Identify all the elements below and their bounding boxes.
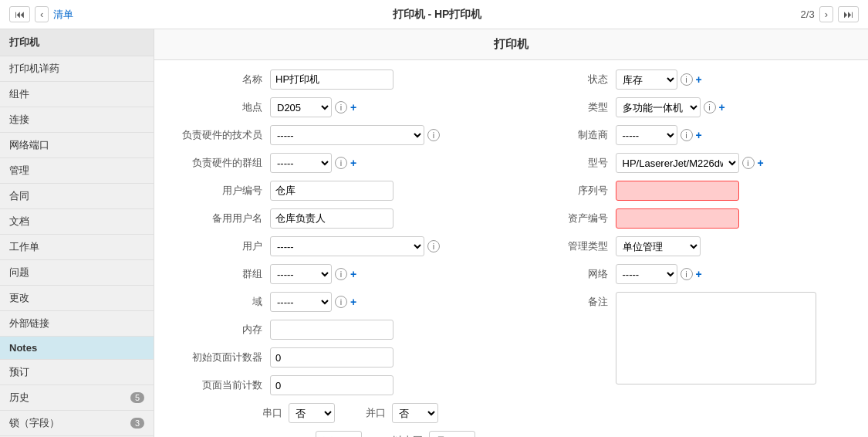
- location-plus-btn[interactable]: +: [350, 101, 356, 113]
- breadcrumb-link[interactable]: 清单: [53, 8, 73, 22]
- toolbar-right: 2/3 › ⏭: [801, 6, 859, 22]
- notes-textarea[interactable]: [616, 292, 816, 384]
- group-plus-btn[interactable]: +: [350, 157, 356, 169]
- manufacturer-info-icon[interactable]: i: [681, 129, 693, 141]
- username-field: [270, 181, 508, 201]
- type-select[interactable]: 多功能一体机: [616, 97, 701, 117]
- ethernet-select[interactable]: 是否: [429, 431, 475, 437]
- serial-label: 序列号: [515, 184, 608, 198]
- status-select[interactable]: 库存: [616, 69, 677, 90]
- user-select[interactable]: -----: [270, 236, 424, 256]
- status-plus-btn[interactable]: +: [696, 73, 702, 86]
- user-info-icon[interactable]: i: [427, 240, 440, 252]
- sidebar-item-components[interactable]: 组件: [0, 82, 154, 107]
- form-title: 打印机: [154, 29, 868, 60]
- serial-port-select[interactable]: 否是: [289, 403, 335, 423]
- domain-row: 域 ----- i +: [170, 292, 508, 312]
- sidebar-item-lock[interactable]: 锁（字段） 3: [0, 411, 154, 436]
- network-info-icon[interactable]: i: [681, 268, 693, 280]
- type-label: 类型: [515, 100, 608, 114]
- tech-label: 负责硬件的技术员: [170, 128, 262, 142]
- usb-select[interactable]: 否是: [316, 431, 362, 437]
- sidebar-item-problem[interactable]: 问题: [0, 260, 154, 286]
- manufacturer-label: 制造商: [515, 128, 608, 142]
- tech-row: 负责硬件的技术员 ----- i: [170, 125, 508, 145]
- domain-select[interactable]: -----: [270, 292, 332, 312]
- status-field: 库存 i +: [616, 69, 853, 90]
- domain-plus-btn[interactable]: +: [350, 296, 356, 308]
- mgmt-type-row: 管理类型 单位管理: [515, 236, 853, 256]
- sidebar-item-external-link[interactable]: 外部链接: [0, 311, 154, 337]
- mgmt-type-field: 单位管理: [616, 236, 853, 256]
- form-columns: 名称 地点 D205 i: [170, 69, 853, 437]
- serial-input[interactable]: [616, 181, 739, 201]
- model-plus-btn[interactable]: +: [758, 157, 764, 169]
- memory-input[interactable]: [270, 320, 393, 340]
- sidebar-item-document[interactable]: 文档: [0, 209, 154, 235]
- sidebar-item-history[interactable]: 历史 5: [0, 385, 154, 411]
- group-info-icon[interactable]: i: [335, 157, 347, 169]
- group2-info-icon[interactable]: i: [335, 268, 347, 280]
- group-row: 负责硬件的群组 ----- i +: [170, 153, 508, 173]
- lock-badge: 3: [130, 418, 144, 429]
- sidebar-item-printer-detail[interactable]: 打印机详药: [0, 56, 154, 82]
- network-select[interactable]: -----: [616, 264, 677, 284]
- name-input[interactable]: [270, 69, 393, 90]
- tech-select[interactable]: -----: [270, 125, 424, 145]
- alt-username-input[interactable]: [270, 208, 393, 229]
- user-row: 用户 ----- i: [170, 236, 508, 256]
- asset-field: [616, 208, 853, 229]
- sidebar-item-connection[interactable]: 连接: [0, 107, 154, 133]
- sidebar-item-contract[interactable]: 合同: [0, 184, 154, 209]
- sidebar-item-reservation[interactable]: 预订: [0, 360, 154, 385]
- model-field: HP/LasererJet/M226dw i +: [616, 153, 853, 173]
- init-counter-input[interactable]: [270, 347, 393, 368]
- status-info-icon[interactable]: i: [681, 73, 693, 86]
- sidebar-item-change[interactable]: 更改: [0, 286, 154, 311]
- group-field: ----- i +: [270, 153, 508, 173]
- manufacturer-plus-btn[interactable]: +: [696, 129, 702, 141]
- location-select[interactable]: D205: [270, 97, 332, 117]
- group2-plus-btn[interactable]: +: [350, 268, 356, 280]
- nav-last-button[interactable]: ⏭: [838, 6, 859, 22]
- sidebar-item-notes[interactable]: Notes: [0, 337, 154, 360]
- group-select[interactable]: -----: [270, 153, 332, 173]
- sidebar-item-management[interactable]: 管理: [0, 158, 154, 184]
- location-info-icon[interactable]: i: [335, 101, 347, 113]
- user-field: ----- i: [270, 236, 508, 256]
- memory-label: 内存: [170, 323, 262, 337]
- current-counter-input[interactable]: [270, 375, 393, 395]
- model-select[interactable]: HP/LasererJet/M226dw: [616, 153, 739, 173]
- username-input[interactable]: [270, 181, 393, 201]
- ethernet-label: 以太网: [393, 434, 423, 437]
- parallel-port-select[interactable]: 否是: [392, 403, 438, 423]
- init-counter-field: [270, 347, 508, 368]
- main-content: 打印机 打印机详药 组件 连接 网络端口 管理 合同 文档 工作单 问题 更改 …: [0, 29, 868, 437]
- sidebar-item-workorder[interactable]: 工作单: [0, 235, 154, 260]
- location-label: 地点: [170, 100, 262, 114]
- type-info-icon[interactable]: i: [704, 101, 716, 113]
- group2-field: ----- i +: [270, 264, 508, 284]
- manufacturer-select[interactable]: -----: [616, 125, 677, 145]
- nav-first-button[interactable]: ⏮: [9, 6, 30, 22]
- tech-info-icon[interactable]: i: [427, 129, 440, 141]
- history-badge: 5: [130, 392, 144, 403]
- sidebar-item-network-port[interactable]: 网络端口: [0, 133, 154, 158]
- nav-prev-button[interactable]: ‹: [35, 6, 49, 22]
- notes-label: 备注: [515, 292, 608, 309]
- domain-info-icon[interactable]: i: [335, 296, 347, 308]
- asset-label: 资产编号: [515, 212, 608, 225]
- status-row: 状态 库存 i +: [515, 69, 853, 90]
- model-info-icon[interactable]: i: [742, 157, 755, 169]
- notes-row: 备注: [515, 292, 853, 384]
- asset-input[interactable]: [616, 208, 739, 229]
- nav-next-button[interactable]: ›: [819, 6, 833, 22]
- type-plus-btn[interactable]: +: [719, 101, 725, 113]
- mgmt-type-select[interactable]: 单位管理: [616, 236, 701, 256]
- sidebar-section-title: 打印机: [0, 29, 154, 56]
- group2-select[interactable]: -----: [270, 264, 332, 284]
- network-plus-btn[interactable]: +: [696, 268, 702, 280]
- current-counter-field: [270, 375, 508, 395]
- form-col-left: 名称 地点 D205 i: [170, 69, 508, 437]
- usb-ethernet-row: USB USB 否是 以太网 是否: [262, 431, 508, 437]
